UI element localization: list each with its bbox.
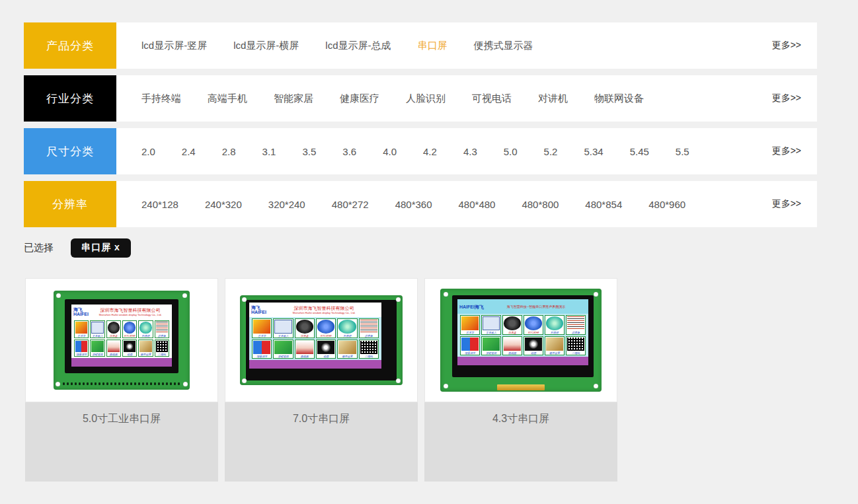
lcd-demo-icon-grid: 艺术字文本输入仪表盘RTC时钟列表框进度条增量调节按键返回曲线图动画硬件设置二维… <box>249 317 381 360</box>
filter-item[interactable]: 240*128 <box>141 199 178 210</box>
filter-item[interactable]: 5.0 <box>504 146 518 157</box>
filter-item[interactable]: 2.4 <box>182 146 196 157</box>
filter-item[interactable]: 480*800 <box>522 199 559 210</box>
lcd-demo-header-text: 深圳市海飞智显科技有限公司Shenzhen Haifei wisdom disp… <box>91 308 170 316</box>
filter-item[interactable]: 4.0 <box>383 146 397 157</box>
more-link[interactable]: 更多>> <box>772 92 801 104</box>
demo-icon-label: 按键返回 <box>91 353 104 356</box>
filter-item[interactable]: lcd显示屏-竖屏 <box>141 40 207 52</box>
demo-icon: 硬件设置 <box>337 340 357 359</box>
product-card[interactable]: HAIFEI海飞海飞智慧科技--智能串口屏用户界面演示艺术字文本输入仪表盘RTC… <box>424 278 617 482</box>
filter-item[interactable]: lcd显示屏-总成 <box>325 40 391 52</box>
filter-item[interactable]: 480*272 <box>332 199 369 210</box>
demo-icon-face <box>483 316 500 330</box>
demo-icon-label: 硬件设置 <box>338 355 356 358</box>
filter-item[interactable]: 2.0 <box>141 146 155 157</box>
demo-icon: 增量调节 <box>460 336 480 356</box>
filter-item[interactable]: lcd显示屏-横屏 <box>233 40 299 52</box>
product-card[interactable]: 海飞 HAIFEI深圳市海飞智显科技有限公司Shenzhen Haifei wi… <box>225 278 418 482</box>
filter-item[interactable]: 480*480 <box>459 199 496 210</box>
filter-item[interactable]: 5.34 <box>584 146 603 157</box>
filter-item[interactable]: 480*854 <box>585 199 622 210</box>
filter-item[interactable]: 人脸识别 <box>406 92 446 105</box>
demo-icon: 文本输入 <box>481 315 501 335</box>
filter-item[interactable]: 3.1 <box>262 146 276 157</box>
demo-icon: 二维码 <box>566 336 586 356</box>
demo-icon-face <box>461 316 479 330</box>
more-link[interactable]: 更多>> <box>772 198 801 210</box>
filter-item[interactable]: 5.5 <box>676 146 689 157</box>
filter-item-selected[interactable]: 串口屏 <box>418 40 448 52</box>
demo-icon-label: 列表框 <box>545 331 564 334</box>
demo-icon: 文本输入 <box>273 318 293 338</box>
product-image[interactable]: 海飞 HAIFEI深圳市海飞智显科技有限公司Shenzhen Haifei wi… <box>25 278 218 402</box>
demo-icon-label: 增量调节 <box>75 353 88 356</box>
filter-item[interactable]: 便携式显示器 <box>474 40 533 52</box>
selected-filter-tag[interactable]: 串口屏 x <box>71 238 131 258</box>
demo-icon-label: RTC时钟 <box>317 334 335 338</box>
filter-item[interactable]: 3.5 <box>302 146 316 157</box>
company-name-en: Shenzhen Haifei wisdom display Technolog… <box>91 313 170 316</box>
demo-icon-face <box>156 341 168 353</box>
demo-icon-label: 硬件设置 <box>139 353 152 356</box>
demo-icon-label: 艺术字 <box>253 334 271 338</box>
demo-icon-label: 仪表盘 <box>107 334 120 338</box>
filter-row-items: 手持终端高端手机智能家居健康医疗人脸识别可视电话对讲机物联网设备更多>> <box>116 75 817 122</box>
lcd-demo-header: HAIFEI海飞海飞智慧科技--智能串口屏用户界面演示 <box>457 299 588 314</box>
filter-item[interactable]: 320*240 <box>268 199 305 210</box>
filter-item[interactable]: 4.2 <box>423 146 437 157</box>
filter-item[interactable]: 2.8 <box>222 146 236 157</box>
demo-icon: RTC时钟 <box>524 315 543 335</box>
filter-item[interactable]: 可视电话 <box>472 92 512 105</box>
filter-item[interactable]: 5.2 <box>544 146 558 157</box>
filter-item[interactable]: 物联网设备 <box>594 92 644 105</box>
demo-icon-label: 曲线图 <box>295 355 314 358</box>
filter-item[interactable]: 高端手机 <box>208 92 247 105</box>
more-link[interactable]: 更多>> <box>772 40 801 52</box>
demo-icon-face <box>483 338 500 351</box>
product-title[interactable]: 7.0寸串口屏 <box>225 402 418 426</box>
demo-icon: 曲线图 <box>106 340 121 357</box>
lcd-module-image: HAIFEI海飞海飞智慧科技--智能串口屏用户界面演示艺术字文本输入仪表盘RTC… <box>440 289 602 392</box>
demo-icon-face <box>525 338 542 351</box>
screw-hole <box>183 382 188 386</box>
demo-icon-label: 仪表盘 <box>503 331 522 334</box>
product-image[interactable]: 海飞 HAIFEI深圳市海飞智显科技有限公司Shenzhen Haifei wi… <box>225 278 418 402</box>
demo-icon: 进度条 <box>566 315 586 335</box>
company-name-cn: 深圳市海飞智显科技有限公司 <box>268 306 379 311</box>
filter-item[interactable]: 健康医疗 <box>340 92 379 105</box>
filter-item[interactable]: 智能家居 <box>274 92 313 105</box>
filter-item[interactable]: 对讲机 <box>538 92 568 105</box>
filter-item[interactable]: 3.6 <box>342 146 356 157</box>
product-image[interactable]: HAIFEI海飞海飞智慧科技--智能串口屏用户界面演示艺术字文本输入仪表盘RTC… <box>424 278 617 402</box>
filter-item[interactable]: 240*320 <box>205 199 242 210</box>
more-link[interactable]: 更多>> <box>772 145 801 157</box>
demo-icon: 文本输入 <box>90 320 104 338</box>
demo-icon-face <box>317 341 334 355</box>
lcd-demo-header-text: 深圳市海飞智显科技有限公司Shenzhen Haifei wisdom disp… <box>268 306 379 314</box>
lcd-demo-screen: 海飞 HAIFEI深圳市海飞智显科技有限公司Shenzhen Haifei wi… <box>71 305 172 367</box>
demo-icon-label: 动画 <box>123 353 136 356</box>
product-caption: 4.3寸串口屏 <box>424 402 617 482</box>
filter-row-label: 尺寸分类 <box>24 128 116 174</box>
screw-hole <box>242 378 247 383</box>
demo-icon-label: 按键返回 <box>274 355 292 358</box>
demo-icon: 动画 <box>122 340 137 357</box>
demo-icon-label: 二维码 <box>360 355 378 358</box>
screw-hole <box>444 384 448 388</box>
filter-item[interactable]: 4.3 <box>463 146 477 157</box>
filter-item[interactable]: 480*960 <box>648 199 685 210</box>
filter-item[interactable]: 手持终端 <box>141 92 181 105</box>
demo-icon: 列表框 <box>545 315 565 335</box>
page: 产品分类lcd显示屏-竖屏lcd显示屏-横屏lcd显示屏-总成串口屏便携式显示器… <box>0 0 858 482</box>
demo-icon: 艺术字 <box>74 320 89 338</box>
screw-hole <box>182 293 187 298</box>
filter-item[interactable]: 480*360 <box>395 199 432 210</box>
selected-label: 已选择 <box>24 242 54 254</box>
filter-item[interactable]: 5.45 <box>630 146 649 157</box>
product-card[interactable]: 海飞 HAIFEI深圳市海飞智显科技有限公司Shenzhen Haifei wi… <box>25 278 218 482</box>
demo-icon-face <box>124 341 136 353</box>
product-title[interactable]: 4.3寸串口屏 <box>424 402 617 426</box>
product-title[interactable]: 5.0寸工业串口屏 <box>25 402 218 426</box>
demo-icon-label: 增量调节 <box>461 351 479 355</box>
